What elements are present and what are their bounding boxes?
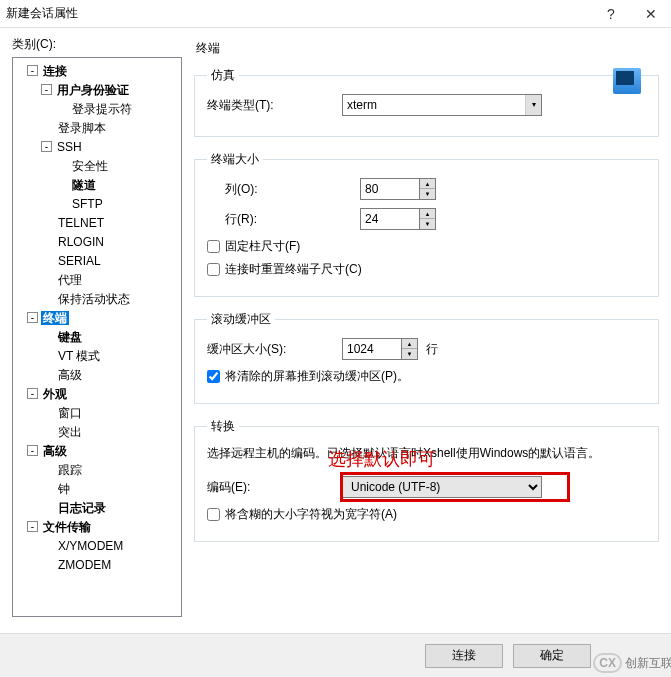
expand-icon[interactable]: - [27,521,38,532]
category-label: 类别(C): [12,36,182,53]
tree-keyboard[interactable]: 键盘 [56,330,84,344]
spin-down-icon[interactable]: ▼ [420,189,435,199]
tree-appearance[interactable]: 外观 [41,387,69,401]
expand-icon[interactable]: - [41,141,52,152]
expand-icon[interactable]: - [27,388,38,399]
rows-label: 行(R): [225,211,305,228]
terminal-settings-icon[interactable] [613,68,641,94]
help-button[interactable]: ? [591,6,631,22]
rows-input[interactable] [360,208,420,230]
titlebar: 新建会话属性 ? ✕ [0,0,671,28]
tree-auth[interactable]: 用户身份验证 [55,83,131,97]
tree-advanced[interactable]: 高级 [56,368,84,382]
category-tree[interactable]: -连接 -用户身份验证 登录提示符 登录脚本 -SSH 安全性 隧道 SFTP [12,57,182,617]
tree-serial[interactable]: SERIAL [56,254,103,268]
tree-bell[interactable]: 钟 [56,482,72,496]
footer: 连接 确定 [0,633,671,677]
expand-icon[interactable]: - [27,445,38,456]
tree-terminal[interactable]: 终端 [41,311,69,325]
panel-header: 终端 [196,36,659,57]
scroll-group: 滚动缓冲区 缓冲区大小(S): ▲▼ 行 将清除的屏幕推到滚动缓冲区(P)。 [194,311,659,404]
expand-icon[interactable]: - [27,312,38,323]
term-type-label: 终端类型(T): [207,97,342,114]
emulation-legend: 仿真 [207,67,239,84]
convert-desc: 选择远程主机的编码。已选择默认语言时Xshell使用Windows的默认语言。 [207,445,646,462]
tree-proxy[interactable]: 代理 [56,273,84,287]
tree-telnet[interactable]: TELNET [56,216,106,230]
scroll-legend: 滚动缓冲区 [207,311,275,328]
fixcol-label: 固定柱尺寸(F) [225,238,300,255]
tree-connection[interactable]: 连接 [41,64,69,78]
tree-xymodem[interactable]: X/YMODEM [56,539,125,553]
tree-tunnel[interactable]: 隧道 [70,178,98,192]
spin-down-icon[interactable]: ▼ [420,219,435,229]
fixcol-checkbox[interactable] [207,240,220,253]
convert-group: 转换 选择远程主机的编码。已选择默认语言时Xshell使用Windows的默认语… [194,418,659,542]
tree-rlogin[interactable]: RLOGIN [56,235,106,249]
wide-checkbox[interactable] [207,508,220,521]
buffer-input[interactable] [342,338,402,360]
reset-label: 连接时重置终端子尺寸(C) [225,261,362,278]
spin-down-icon[interactable]: ▼ [402,349,417,359]
watermark: CX创新互联 [593,653,671,673]
push-checkbox[interactable] [207,370,220,383]
tree-trace[interactable]: 跟踪 [56,463,84,477]
tree-logging[interactable]: 日志记录 [56,501,108,515]
spin-up-icon[interactable]: ▲ [420,209,435,219]
expand-icon[interactable]: - [27,65,38,76]
tree-ssh[interactable]: SSH [55,140,84,154]
size-legend: 终端大小 [207,151,263,168]
ok-button[interactable]: 确定 [513,644,591,668]
wide-label: 将含糊的大小字符视为宽字符(A) [225,506,397,523]
connect-button[interactable]: 连接 [425,644,503,668]
encoding-select[interactable]: Unicode (UTF-8) [342,476,542,498]
tree-vt[interactable]: VT 模式 [56,349,102,363]
logo-icon: CX [593,653,622,673]
chevron-down-icon[interactable]: ▾ [525,95,541,115]
tree-keepalive[interactable]: 保持活动状态 [56,292,132,306]
close-button[interactable]: ✕ [631,6,671,22]
size-group: 终端大小 列(O): ▲▼ 行(R): ▲▼ 固定柱尺寸(F) 连接时重置终端子… [194,151,659,297]
emulation-group: 仿真 终端类型(T): ▾ [194,67,659,137]
expand-icon[interactable]: - [41,84,52,95]
reset-checkbox[interactable] [207,263,220,276]
spin-up-icon[interactable]: ▲ [402,339,417,349]
term-type-combo[interactable] [342,94,542,116]
window-title: 新建会话属性 [0,5,591,22]
tree-advanced2[interactable]: 高级 [41,444,69,458]
tree-highlight[interactable]: 突出 [56,425,84,439]
spin-up-icon[interactable]: ▲ [420,179,435,189]
tree-filetransfer[interactable]: 文件传输 [41,520,93,534]
push-label: 将清除的屏幕推到滚动缓冲区(P)。 [225,368,409,385]
cols-label: 列(O): [225,181,305,198]
buffer-unit: 行 [426,341,438,358]
cols-input[interactable] [360,178,420,200]
tree-window[interactable]: 窗口 [56,406,84,420]
tree-login-script[interactable]: 登录脚本 [56,121,108,135]
tree-sftp[interactable]: SFTP [70,197,105,211]
tree-zmodem[interactable]: ZMODEM [56,558,113,572]
encoding-label: 编码(E): [207,479,342,496]
tree-security[interactable]: 安全性 [70,159,110,173]
tree-login-prompt[interactable]: 登录提示符 [70,102,134,116]
convert-legend: 转换 [207,418,239,435]
buffer-label: 缓冲区大小(S): [207,341,342,358]
